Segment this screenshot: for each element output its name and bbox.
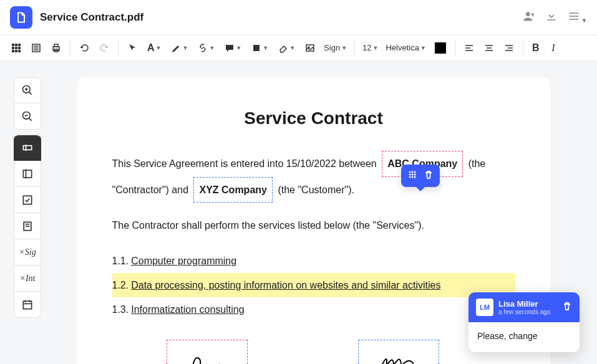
svg-rect-8 — [15, 47, 17, 49]
comment-icon[interactable]: ▼ — [221, 39, 245, 57]
link-icon[interactable]: ▼ — [194, 39, 218, 57]
undo-icon[interactable] — [75, 39, 93, 57]
left-toolbar: ×Sig ×Int — [0, 60, 30, 364]
svg-point-53 — [414, 171, 416, 173]
customer-field[interactable]: XYZ Company — [193, 177, 272, 203]
filename: Service Contract.pdf — [40, 11, 143, 24]
services-intro: The Contractor shall perform the service… — [112, 215, 515, 236]
svg-rect-2 — [570, 16, 579, 17]
font-family-select[interactable]: Helvetica▼ — [383, 39, 428, 57]
menu-icon[interactable]: ▼ — [568, 10, 587, 25]
svg-point-51 — [409, 171, 411, 173]
svg-point-0 — [526, 12, 530, 16]
svg-rect-10 — [12, 50, 14, 52]
redo-icon[interactable] — [95, 39, 113, 57]
svg-rect-20 — [253, 45, 260, 51]
svg-rect-6 — [18, 44, 21, 46]
service-item: 1.1.Computer programming — [112, 249, 515, 273]
page-view-icon[interactable] — [27, 39, 45, 57]
erase-icon[interactable]: ▼ — [274, 39, 299, 57]
svg-rect-1 — [570, 12, 579, 14]
svg-point-54 — [409, 174, 411, 176]
commenter-name: Lisa Miller — [498, 299, 557, 309]
toolbar: A▼ ▼ ▼ ▼ ▼ ▼ Sign▼ 12▼ Helvetica▼ B I — [0, 35, 597, 60]
sign-button[interactable]: Sign▼ — [321, 39, 349, 57]
bold-icon[interactable]: B — [528, 39, 543, 57]
stamp-icon[interactable]: ▼ — [248, 39, 272, 57]
app-logo[interactable] — [10, 6, 32, 29]
signature-block-2: Signature — [304, 343, 445, 364]
comment-text: Please, change — [468, 322, 580, 352]
svg-rect-5 — [15, 44, 17, 46]
document-title: Service Contract — [112, 108, 515, 128]
svg-rect-12 — [18, 50, 21, 52]
align-right-icon[interactable] — [500, 39, 518, 57]
service-item-highlighted: 1.2.Data processing, posting information… — [112, 273, 515, 297]
svg-rect-18 — [54, 44, 58, 47]
svg-rect-11 — [15, 50, 17, 52]
comment-popup: LM Lisa Miller a few seconds ago Please,… — [468, 292, 580, 352]
svg-point-57 — [409, 176, 411, 178]
print-icon[interactable] — [47, 39, 65, 57]
delete-icon[interactable] — [424, 170, 434, 182]
svg-point-58 — [412, 176, 414, 178]
intro-paragraph: This Service Agreement is entered into 1… — [112, 151, 515, 203]
grid-view-icon[interactable] — [7, 39, 25, 57]
svg-point-59 — [414, 176, 416, 178]
align-center-icon[interactable] — [480, 39, 498, 57]
font-size-select[interactable]: 12▼ — [360, 39, 381, 57]
comment-time: a few seconds ago — [498, 309, 557, 315]
signature-block-1: Signature — [112, 343, 254, 364]
svg-point-55 — [412, 174, 414, 176]
app-header: Service Contract.pdf ▼ — [0, 0, 597, 35]
svg-rect-3 — [570, 19, 579, 20]
svg-point-52 — [412, 171, 414, 173]
svg-rect-4 — [12, 44, 14, 46]
color-picker[interactable] — [431, 39, 450, 57]
signature-field-2[interactable] — [358, 340, 439, 364]
highlight-icon[interactable]: ▼ — [167, 39, 192, 57]
image-icon[interactable] — [301, 39, 319, 57]
commenter-avatar: LM — [476, 299, 493, 316]
align-left-icon[interactable] — [460, 39, 478, 57]
drag-handle-icon[interactable] — [407, 170, 417, 182]
delete-comment-icon[interactable] — [562, 301, 572, 314]
svg-rect-7 — [12, 47, 14, 49]
add-user-icon[interactable] — [523, 10, 535, 25]
svg-rect-9 — [18, 47, 21, 49]
cursor-icon[interactable] — [124, 39, 141, 57]
download-icon[interactable] — [545, 10, 558, 25]
field-action-toolbar — [401, 165, 440, 187]
service-item: 1.3.Informatization consulting — [112, 297, 515, 322]
signature-field-1[interactable] — [167, 340, 248, 364]
svg-point-56 — [414, 174, 416, 176]
text-icon[interactable]: A▼ — [143, 39, 165, 57]
italic-icon[interactable]: I — [546, 39, 561, 57]
services-list: 1.1.Computer programming 1.2.Data proces… — [112, 249, 515, 322]
